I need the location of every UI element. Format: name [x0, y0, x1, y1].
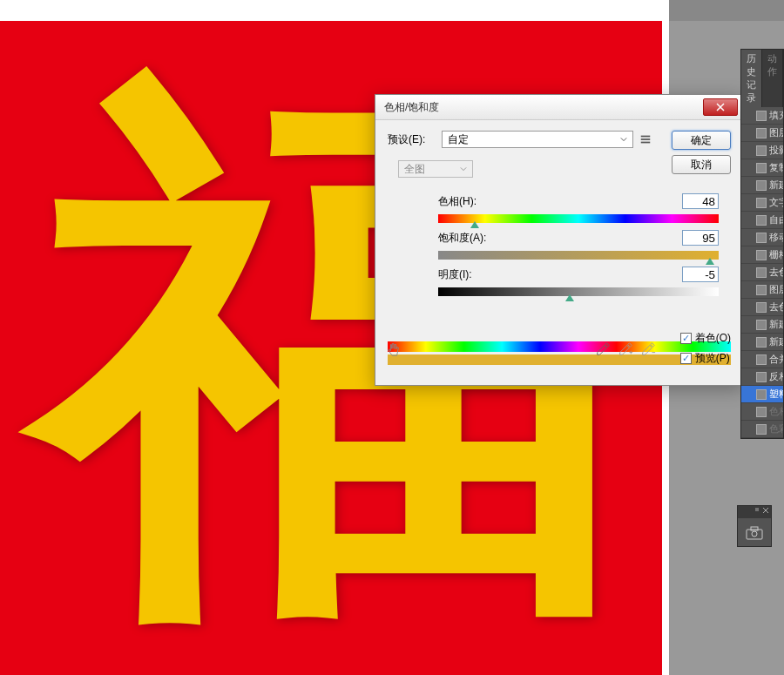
history-step-icon	[756, 372, 767, 382]
preset-value: 自定	[448, 132, 469, 147]
dialog-title: 色相/饱和度	[384, 100, 439, 115]
history-item-label: 色相/饱和	[769, 405, 783, 418]
preview-checkbox[interactable]	[680, 353, 692, 364]
history-step-icon	[756, 285, 767, 295]
history-item[interactable]: 色彩平衡	[741, 421, 783, 438]
history-item-label: 塑料包装	[769, 388, 783, 401]
saturation-input[interactable]	[682, 230, 719, 246]
history-item-label: 文字工具	[769, 196, 783, 209]
history-item-label: 图层样式	[769, 283, 783, 296]
chevron-down-icon	[620, 136, 627, 143]
history-step-icon	[756, 163, 767, 173]
saturation-label: 饱和度(A):	[438, 231, 486, 246]
tab-history[interactable]: 历史记录	[741, 50, 762, 107]
history-item[interactable]: 色相/饱和	[741, 403, 783, 421]
preset-select[interactable]: 自定	[442, 131, 633, 148]
lightness-slider[interactable]	[438, 287, 719, 296]
history-item[interactable]: 填充图层	[741, 107, 783, 125]
history-item-label: 新建图层	[769, 179, 783, 192]
mini-panel[interactable]	[737, 505, 772, 547]
close-button[interactable]	[703, 98, 738, 116]
preset-label: 预设(E):	[388, 132, 436, 147]
mini-panel-header[interactable]	[738, 506, 771, 518]
hue-input[interactable]	[682, 193, 719, 209]
history-list: 填充图层图层样式投影复制图层新建图层文字工具自由变换移动栅格化文去色图层样式去色…	[741, 107, 783, 438]
history-item-label: 复制图层	[769, 161, 783, 174]
hand-tool-icon[interactable]	[386, 341, 402, 357]
history-step-icon	[756, 111, 767, 121]
history-item[interactable]: 新建图层	[741, 316, 783, 334]
history-item[interactable]: 文字工具	[741, 194, 783, 212]
channel-select[interactable]: 全图	[398, 160, 473, 178]
history-item-label: 新建图层	[769, 318, 783, 331]
history-item[interactable]: 移动	[741, 229, 783, 246]
history-item[interactable]: 图层样式	[741, 125, 783, 142]
eyedropper-icon[interactable]	[595, 341, 611, 357]
history-step-icon	[756, 250, 767, 260]
eyedropper-plus-icon[interactable]	[618, 341, 633, 357]
history-item[interactable]: 栅格化文	[741, 246, 783, 264]
history-step-icon	[756, 180, 767, 191]
history-step-icon	[756, 337, 767, 348]
history-item-label: 色彩平衡	[769, 422, 783, 435]
history-step-icon	[756, 233, 767, 243]
history-step-icon	[756, 389, 767, 400]
camera-icon[interactable]	[746, 526, 763, 540]
history-item-label: 投影	[769, 144, 783, 157]
history-item[interactable]: 复制图层	[741, 159, 783, 177]
collapse-icon	[754, 507, 760, 514]
tab-actions[interactable]: 动作	[762, 50, 783, 107]
history-item[interactable]: 反相	[741, 368, 783, 386]
history-item[interactable]: 塑料包装	[741, 386, 783, 403]
hue-slider-thumb[interactable]	[470, 221, 479, 230]
saturation-slider-thumb[interactable]	[706, 258, 714, 267]
history-item[interactable]: 合并图层	[741, 351, 783, 368]
history-step-icon	[756, 128, 767, 138]
eyedropper-minus-icon[interactable]	[640, 341, 656, 357]
chevron-down-icon	[460, 165, 467, 172]
history-item[interactable]: 新建图层	[741, 177, 783, 194]
colorize-checkbox[interactable]	[680, 333, 692, 344]
svg-point-5	[752, 531, 757, 537]
history-item[interactable]: 图层样式	[741, 281, 783, 299]
lightness-input[interactable]	[682, 267, 719, 282]
history-item[interactable]: 自由变换	[741, 212, 783, 229]
history-step-icon	[756, 354, 767, 365]
history-item[interactable]: 投影	[741, 142, 783, 159]
close-icon	[716, 103, 725, 111]
history-panel: 历史记录 动作 填充图层图层样式投影复制图层新建图层文字工具自由变换移动栅格化文…	[740, 49, 784, 439]
dialog-titlebar[interactable]: 色相/饱和度	[375, 95, 743, 120]
history-item-label: 去色	[769, 266, 783, 279]
history-item-label: 填充图层	[769, 109, 783, 122]
hue-label: 色相(H):	[438, 194, 476, 209]
preview-label: 预览(P)	[695, 351, 730, 366]
history-item[interactable]: 去色	[741, 299, 783, 316]
history-item[interactable]: 去色	[741, 264, 783, 281]
cancel-button[interactable]: 取消	[672, 155, 731, 174]
svg-rect-1	[641, 138, 651, 140]
history-step-icon	[756, 267, 767, 278]
saturation-slider[interactable]	[438, 251, 719, 260]
history-item-label: 反相	[769, 370, 783, 383]
history-item-label: 合并图层	[769, 353, 783, 366]
history-item-label: 自由变换	[769, 213, 783, 226]
history-step-icon	[756, 424, 767, 435]
hue-slider[interactable]	[438, 214, 719, 223]
history-item-label: 图层样式	[769, 126, 783, 139]
lightness-label: 明度(I):	[438, 267, 472, 282]
svg-rect-0	[641, 136, 651, 138]
colorize-label: 着色(O)	[695, 331, 731, 346]
history-step-icon	[756, 215, 767, 226]
history-item[interactable]: 新建图层	[741, 334, 783, 351]
history-item-label: 去色	[769, 300, 783, 314]
close-panel-icon	[762, 507, 769, 514]
ok-button[interactable]: 确定	[672, 131, 731, 150]
history-item-label: 栅格化文	[769, 248, 783, 261]
history-step-icon	[756, 198, 767, 208]
history-item-label: 移动	[769, 231, 783, 244]
preset-menu-icon[interactable]	[639, 132, 652, 146]
channel-value: 全图	[404, 162, 425, 177]
svg-rect-2	[641, 142, 651, 144]
lightness-slider-thumb[interactable]	[565, 294, 574, 303]
history-step-icon	[756, 145, 767, 156]
